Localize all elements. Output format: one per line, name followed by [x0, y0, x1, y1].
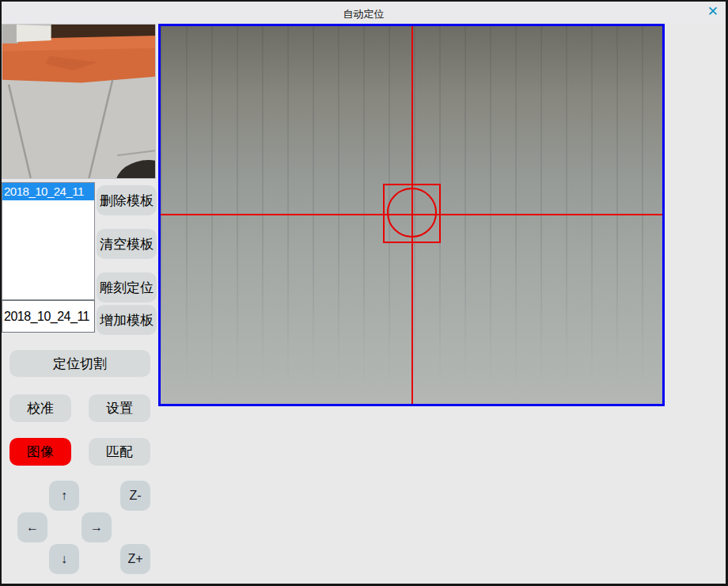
title-bar: 自动定位 ✕ [2, 2, 726, 24]
image-button[interactable]: 图像 [9, 438, 71, 466]
settings-button[interactable]: 设置 [89, 394, 150, 422]
delete-template-button[interactable]: 删除模板 [97, 185, 157, 215]
camera-viewport[interactable] [158, 24, 665, 406]
template-thumbnail [2, 24, 156, 179]
jog-z-minus-button[interactable]: Z- [120, 481, 150, 511]
locate-cut-button[interactable]: 定位切割 [9, 350, 150, 377]
jog-up-button[interactable]: ↑ [49, 481, 79, 511]
jog-down-button[interactable]: ↓ [49, 544, 79, 574]
dialog-title: 自动定位 [2, 7, 726, 21]
jog-right-button[interactable]: → [82, 512, 112, 542]
add-template-button[interactable]: 增加模板 [97, 305, 157, 335]
auto-locate-dialog: 自动定位 ✕ 2018_10_24_11 删除模板 [0, 0, 728, 586]
template-list[interactable]: 2018_10_24_11 [2, 182, 95, 300]
template-name-input[interactable] [2, 300, 95, 333]
jog-left-button[interactable]: ← [17, 512, 47, 542]
thumbnail-image [2, 25, 155, 178]
match-region-circle [387, 188, 437, 238]
template-list-item[interactable]: 2018_10_24_11 [2, 183, 94, 200]
calibrate-button[interactable]: 校准 [9, 394, 71, 422]
clear-templates-button[interactable]: 清空模板 [97, 229, 157, 259]
close-icon[interactable]: ✕ [705, 4, 721, 20]
jog-z-plus-button[interactable]: Z+ [120, 544, 150, 574]
engrave-locate-button[interactable]: 雕刻定位 [97, 272, 157, 303]
match-button[interactable]: 匹配 [89, 438, 150, 466]
